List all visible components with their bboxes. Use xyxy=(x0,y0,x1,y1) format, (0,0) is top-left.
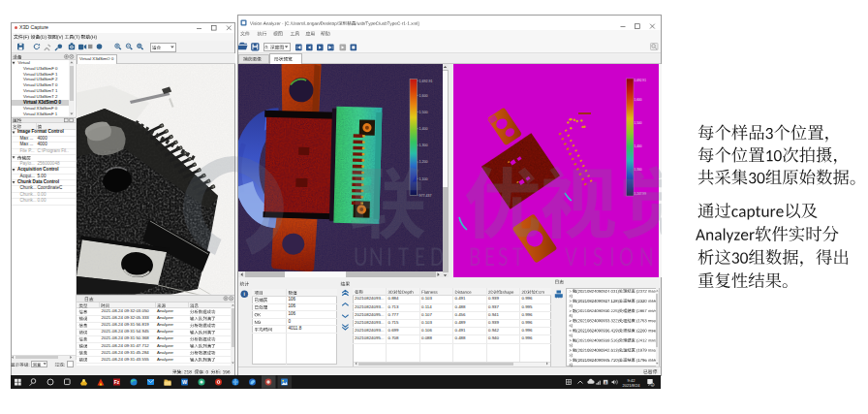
svg-text:1,100: 1,100 xyxy=(418,176,427,180)
svg-text:1,500: 1,500 xyxy=(418,110,427,113)
svg-text:1,692.91: 1,692.91 xyxy=(418,79,432,82)
svg-text:1,500: 1,500 xyxy=(634,121,641,125)
svg-text:1,200: 1,200 xyxy=(418,160,427,164)
svg-text:1,600: 1,600 xyxy=(634,98,641,102)
svg-text:977.437: 977.437 xyxy=(418,193,431,197)
svg-text:1,600: 1,600 xyxy=(418,93,427,97)
svg-text:1,400: 1,400 xyxy=(418,126,427,130)
svg-text:1,300: 1,300 xyxy=(634,168,641,172)
svg-text:1,300: 1,300 xyxy=(418,143,427,147)
svg-text:1,247.99: 1,247.99 xyxy=(634,192,646,196)
svg-text:1,692.91: 1,692.91 xyxy=(634,79,646,82)
svg-text:1,400: 1,400 xyxy=(634,144,641,148)
